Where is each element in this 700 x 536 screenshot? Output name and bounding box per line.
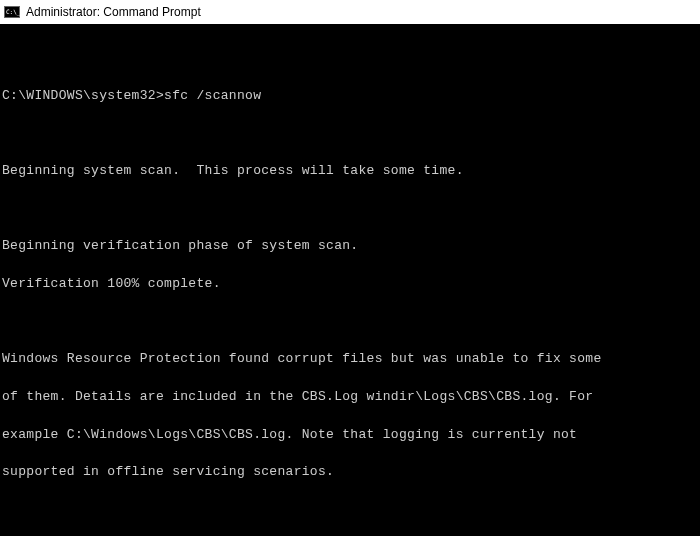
output-line: supported in offline servicing scenarios… [2, 463, 698, 482]
empty-line [2, 200, 698, 219]
window-title: Administrator: Command Prompt [26, 5, 201, 19]
output-line: of them. Details are included in the CBS… [2, 388, 698, 407]
output-line: Beginning system scan. This process will… [2, 162, 698, 181]
empty-line [2, 501, 698, 520]
command-sfc: sfc /scannow [164, 88, 261, 103]
prompt-line: C:\WINDOWS\system32>sfc /scannow [2, 87, 698, 106]
empty-line [2, 313, 698, 332]
output-line: example C:\Windows\Logs\CBS\CBS.log. Not… [2, 426, 698, 445]
output-line: Verification 100% complete. [2, 275, 698, 294]
cmd-icon [4, 6, 20, 18]
terminal-output[interactable]: C:\WINDOWS\system32>sfc /scannow Beginni… [0, 24, 700, 536]
output-line: Beginning verification phase of system s… [2, 237, 698, 256]
window-titlebar[interactable]: Administrator: Command Prompt [0, 0, 700, 24]
output-line: Windows Resource Protection found corrup… [2, 350, 698, 369]
prompt-path: C:\WINDOWS\system32> [2, 88, 164, 103]
empty-line [2, 49, 698, 68]
empty-line [2, 124, 698, 143]
